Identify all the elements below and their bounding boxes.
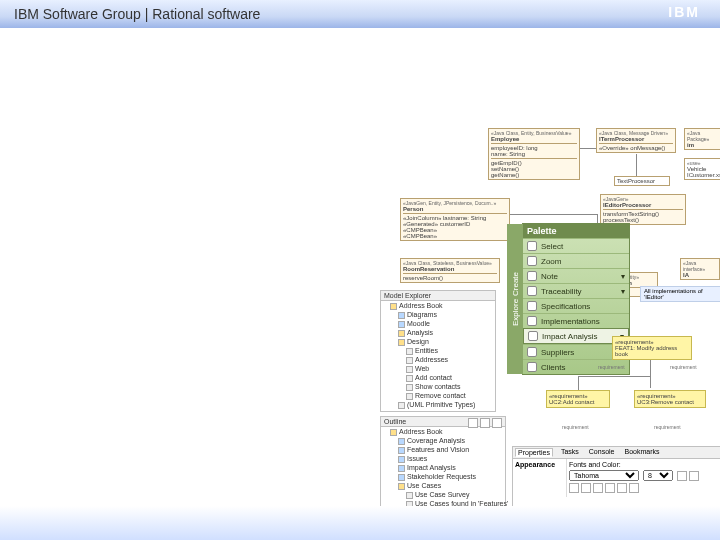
tool-icon[interactable] — [605, 483, 615, 493]
zoom-icon — [527, 256, 537, 266]
app-header: IBM Software Group | Rational software I… — [0, 0, 720, 28]
outline-tab[interactable]: Outline — [381, 417, 505, 427]
uml-node-ia[interactable]: «Java interface» IA — [680, 258, 720, 280]
implementations-icon — [527, 316, 537, 326]
tool-icon[interactable] — [629, 483, 639, 493]
palette-item-select[interactable]: Select — [523, 238, 629, 253]
uml-node-package-im[interactable]: «Java Package» im — [684, 128, 720, 150]
implementations-dropdown[interactable]: All implementations of 'IEditor' — [640, 286, 720, 302]
impact-icon — [528, 331, 538, 341]
palette-item-specifications[interactable]: Specifications — [523, 298, 629, 313]
palette-header: Palette — [523, 224, 629, 238]
properties-tabs[interactable]: Properties Tasks Console Bookmarks — [513, 447, 720, 459]
tool-icon[interactable] — [617, 483, 627, 493]
uml-node-ieditorprocessor[interactable]: «JavaGen» IEditorProcessor transformText… — [600, 194, 686, 225]
font-style-toolbar[interactable] — [677, 471, 699, 481]
outline-toolbar[interactable] — [468, 418, 502, 428]
requirement-note-uc3[interactable]: «requirement» UC3:Remove contact — [634, 390, 706, 408]
model-explorer-panel[interactable]: Model Explorer Address Book Diagrams Moo… — [380, 290, 496, 412]
tool-icon[interactable] — [468, 418, 478, 428]
model-tree[interactable]: Address Book Diagrams Moodle Analysis De… — [381, 301, 495, 409]
chevron-down-icon: ▾ — [621, 287, 625, 296]
font-size-select[interactable]: 8 — [643, 470, 673, 481]
main-area: «Java Class, Entity, BusinessValue» Empl… — [0, 28, 720, 540]
font-label: Fonts and Color: — [569, 461, 621, 468]
ibm-logo: IBM — [668, 4, 700, 20]
tool-icon[interactable] — [492, 418, 502, 428]
tool-icon[interactable] — [569, 483, 579, 493]
properties-section[interactable]: Appearance — [513, 459, 567, 497]
clients-icon — [527, 362, 537, 372]
tab-bookmarks[interactable]: Bookmarks — [623, 448, 662, 457]
uml-node-itermprocessor[interactable]: «Java Class, Message Driven» ITermProces… — [596, 128, 676, 153]
palette-item-implementations[interactable]: Implementations — [523, 313, 629, 328]
folder-icon — [390, 303, 397, 310]
palette-side-tabs[interactable]: Explore Create — [507, 224, 523, 374]
specifications-icon — [527, 301, 537, 311]
suppliers-icon — [527, 347, 537, 357]
requirement-note-feat1[interactable]: «requirement» FEAT1: Modify address book — [612, 336, 692, 360]
tool-icon[interactable] — [581, 483, 591, 493]
note-icon — [527, 271, 537, 281]
footer-gradient — [0, 506, 720, 540]
tab-console[interactable]: Console — [587, 448, 617, 457]
palette-tab-create[interactable]: Create — [511, 272, 520, 296]
tool-icon[interactable] — [480, 418, 490, 428]
relation-label: requirement — [670, 364, 697, 370]
chevron-down-icon: ▾ — [621, 272, 625, 281]
model-explorer-tab[interactable]: Model Explorer — [381, 291, 495, 301]
italic-icon[interactable] — [689, 471, 699, 481]
cursor-icon — [527, 241, 537, 251]
palette-item-traceability[interactable]: Traceability▾ — [523, 283, 629, 298]
palette-item-note[interactable]: Note▾ — [523, 268, 629, 283]
palette-tab-explore[interactable]: Explore — [511, 299, 520, 326]
header-title: IBM Software Group | Rational software — [14, 6, 260, 22]
uml-node-person[interactable]: «JavaGen, Entity, JPersistence, Docum..»… — [400, 198, 510, 241]
bold-icon[interactable] — [677, 471, 687, 481]
requirement-note-uc2[interactable]: «requirement» UC2:Add contact — [546, 390, 610, 408]
uml-node-employee[interactable]: «Java Class, Entity, BusinessValue» Empl… — [488, 128, 580, 180]
uml-label-textprocessor: TextProcessor — [614, 176, 670, 186]
editor-toolbar[interactable] — [569, 483, 639, 493]
font-select[interactable]: Tahoma — [569, 470, 639, 481]
uml-node-roomreservation[interactable]: «Java Class, Stateless, BusinessValue» R… — [400, 258, 500, 283]
relation-label: requirement — [654, 424, 681, 430]
traceability-icon — [527, 286, 537, 296]
uml-artifact-vehicle[interactable]: «use» Vehicle ICustomer.xsd — [684, 158, 720, 180]
relation-label: requirement — [562, 424, 589, 430]
tab-properties[interactable]: Properties — [515, 448, 553, 457]
relation-label: requirement — [598, 364, 625, 370]
palette-item-zoom[interactable]: Zoom — [523, 253, 629, 268]
tool-icon[interactable] — [593, 483, 603, 493]
tab-tasks[interactable]: Tasks — [559, 448, 581, 457]
